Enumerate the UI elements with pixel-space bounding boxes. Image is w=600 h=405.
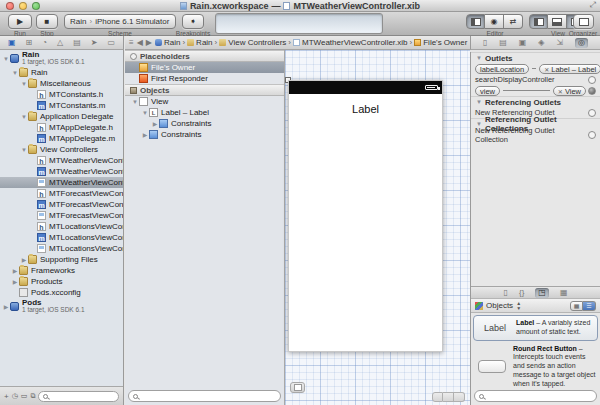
breakpoint-navigator-icon[interactable]: ➤ xyxy=(91,39,98,47)
navigator-row-miscellaneous[interactable]: ▼Miscellaneous xyxy=(0,78,123,89)
navigator-row-mtforecastviewcontroller-h[interactable]: MTForecastViewController.h xyxy=(0,188,123,199)
navigator-row-mtconstants-m[interactable]: MTConstants.m xyxy=(0,100,123,111)
related-items-icon[interactable]: ≡ xyxy=(129,39,134,47)
attributes-inspector-icon[interactable]: ◈ xyxy=(538,39,544,47)
disclosure-triangle[interactable]: ▶ xyxy=(141,131,149,138)
disclosure-triangle[interactable]: ▼ xyxy=(131,99,139,105)
disclosure-triangle[interactable]: ▶ xyxy=(151,120,159,127)
object-library-icon[interactable]: ◳ xyxy=(535,288,549,298)
debug-navigator-icon[interactable]: ▤ xyxy=(73,39,81,47)
assistant-editor-button[interactable]: ◉ xyxy=(485,14,504,29)
navigator-row-mtweatherviewcontroller-xib[interactable]: MTWeatherViewController.xib xyxy=(0,177,123,188)
scm-filter-icon[interactable]: ▭ xyxy=(21,392,28,400)
standard-editor-button[interactable] xyxy=(466,14,485,29)
navigator-row-application-delegate[interactable]: ▼Application Delegate xyxy=(0,111,123,122)
run-button[interactable]: ▶ xyxy=(8,14,32,29)
outline-toggle-button[interactable] xyxy=(290,382,305,393)
unsaved-filter-icon[interactable]: ⧉ xyxy=(30,392,35,400)
disclosure-triangle[interactable]: ▼ xyxy=(20,147,28,153)
file-inspector-icon[interactable]: ▯ xyxy=(483,39,487,47)
breakpoints-button[interactable]: ➧ xyxy=(182,14,204,29)
navigator-row-rain[interactable]: ▼Rain1 target, iOS SDK 6.1 xyxy=(0,50,123,67)
connection-well-connected[interactable] xyxy=(588,87,596,95)
navigator-row-view-controllers[interactable]: ▼View Controllers xyxy=(0,144,123,155)
disclosure-triangle[interactable]: ▼ xyxy=(20,114,28,120)
object-row-constraints[interactable]: ▶Constraints xyxy=(125,118,284,129)
quick-help-inspector-icon[interactable]: ▤ xyxy=(499,39,507,47)
disconnect-icon[interactable]: ✕ xyxy=(544,66,549,74)
object-row-view[interactable]: ▼View xyxy=(125,96,284,107)
view-canvas[interactable]: Label xyxy=(288,80,443,352)
disconnect-icon[interactable]: ✕ xyxy=(558,88,563,96)
navigator-row-frameworks[interactable]: ▶Frameworks xyxy=(0,265,123,276)
disclosure-triangle[interactable]: ▼ xyxy=(475,99,483,105)
disclosure-triangle[interactable]: ▶ xyxy=(20,256,28,263)
object-row-label-label[interactable]: ▼Label – Label xyxy=(125,107,284,118)
version-editor-button[interactable]: ⇄ xyxy=(504,14,523,29)
identity-inspector-icon[interactable]: ▣ xyxy=(519,39,527,47)
navigator-row-supporting-files[interactable]: ▶Supporting Files xyxy=(0,254,123,265)
disclosure-triangle[interactable]: ▼ xyxy=(2,56,10,62)
connection-well-empty[interactable] xyxy=(588,76,596,84)
breadcrumb-mtweatherviewcontroller-xib[interactable]: MTWeatherViewController.xib xyxy=(293,38,408,47)
library-dropdown[interactable]: Objects xyxy=(486,301,513,310)
back-icon[interactable]: ◀ xyxy=(137,39,143,47)
forward-icon[interactable]: ▶ xyxy=(146,39,152,47)
navigator-row-mtweatherviewcontroller-m[interactable]: MTWeatherViewController.m xyxy=(0,166,123,177)
zoom-in-button[interactable] xyxy=(454,392,465,402)
library-item-round-rect-button[interactable]: Round Rect Button – Intercepts touch eve… xyxy=(471,342,600,390)
disclosure-triangle[interactable]: ▼ xyxy=(475,55,483,61)
navigator-panel-button[interactable] xyxy=(529,14,548,29)
navigator-row-mtforecastviewcontroller-m[interactable]: MTForecastViewController.m xyxy=(0,199,123,210)
recent-filter-icon[interactable]: ◷ xyxy=(12,392,18,400)
placeholder-row-first-responder[interactable]: First Responder xyxy=(125,73,284,84)
debug-panel-button[interactable] xyxy=(548,14,567,29)
library-item-label[interactable]: LabelLabel – A variably sized amount of … xyxy=(473,315,598,341)
breadcrumb-file-s-owner[interactable]: File's Owner xyxy=(414,38,467,47)
symbol-navigator-icon[interactable]: ⊞ xyxy=(26,39,33,47)
navigator-row-mtlocationsviewcontroller-h[interactable]: MTLocationsViewController.h xyxy=(0,221,123,232)
outlet-target-pill[interactable]: ✕Label – Label xyxy=(539,64,600,74)
navigator-row-mtforecastviewcontroller-xib[interactable]: MTForecastViewController.xib xyxy=(0,210,123,221)
outlet-row-labellocation[interactable]: labelLocation✕Label – Label xyxy=(471,63,600,74)
library-filter-field[interactable] xyxy=(474,390,597,402)
add-button[interactable]: + xyxy=(4,392,9,401)
breadcrumb-rain[interactable]: Rain xyxy=(187,38,212,47)
outlet-row-view[interactable]: view✕View xyxy=(471,85,600,96)
outlet-row-searchdisplaycontroller[interactable]: searchDisplayController xyxy=(471,74,600,85)
breadcrumb-view-controllers[interactable]: View Controllers xyxy=(219,38,286,47)
list-view-button[interactable]: ☰ xyxy=(583,301,596,311)
navigator-filter-field[interactable] xyxy=(38,391,119,402)
connection-well-empty[interactable] xyxy=(588,131,596,139)
fullscreen-icon[interactable]: ⤢ xyxy=(590,0,596,10)
interface-builder-canvas[interactable]: Label xyxy=(285,50,470,405)
uilabel[interactable]: Label xyxy=(289,103,442,115)
navigator-row-products[interactable]: ▶Products xyxy=(0,276,123,287)
outlet-target-pill[interactable]: ✕View xyxy=(553,86,586,96)
search-navigator-icon[interactable]: ◔ xyxy=(42,39,47,47)
outlet-row-new-referencing-outlet-collection[interactable]: New Referencing Outlet Collection xyxy=(471,129,600,140)
navigator-row-pods-xcconfig[interactable]: Pods.xcconfig xyxy=(0,287,123,298)
log-navigator-icon[interactable]: ▭ xyxy=(107,39,115,47)
connections-inspector-icon[interactable]: ◎ xyxy=(575,38,588,48)
navigator-row-mtconstants-h[interactable]: MTConstants.h xyxy=(0,89,123,100)
size-inspector-icon[interactable]: ⇲ xyxy=(556,39,563,47)
disclosure-triangle[interactable]: ▶ xyxy=(11,278,19,285)
zoom-out-button[interactable] xyxy=(432,392,443,402)
zoom-fit-button[interactable] xyxy=(443,392,454,402)
navigator-row-mtlocationsviewcontroller-m[interactable]: MTLocationsViewController.m xyxy=(0,232,123,243)
disclosure-triangle[interactable]: ▶ xyxy=(2,303,10,310)
navigator-row-pods[interactable]: ▶Pods1 target, iOS SDK 6.1 xyxy=(0,298,123,315)
scheme-selector[interactable]: Rain › iPhone 6.1 Simulator xyxy=(64,14,176,29)
object-row-constraints[interactable]: ▶Constraints xyxy=(125,129,284,140)
media-library-icon[interactable]: ▦ xyxy=(560,289,568,297)
navigator-row-mtappdelegate-h[interactable]: MTAppDelegate.h xyxy=(0,122,123,133)
organizer-button[interactable] xyxy=(573,14,594,29)
stop-button[interactable]: ■ xyxy=(36,14,58,29)
file-template-library-icon[interactable]: ▯ xyxy=(504,289,508,297)
disclosure-triangle[interactable]: ▼ xyxy=(11,70,19,76)
issue-navigator-icon[interactable]: △ xyxy=(57,39,63,47)
outline-filter-field[interactable] xyxy=(128,390,281,402)
disclosure-triangle[interactable]: ▼ xyxy=(20,81,28,87)
disclosure-triangle[interactable]: ▼ xyxy=(141,110,149,116)
